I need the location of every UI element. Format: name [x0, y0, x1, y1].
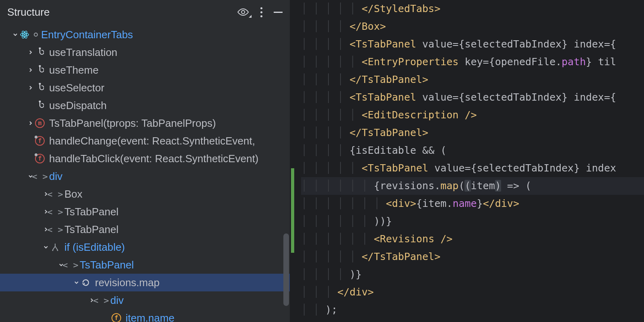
open-indicator-icon — [34, 33, 38, 37]
tree-item-label: useSelector — [49, 82, 104, 94]
code-line[interactable]: │ │ │ │ )} — [301, 266, 644, 283]
tree-item[interactable]: EntryContainerTabs — [0, 26, 290, 43]
code-line[interactable]: │ │ ); — [301, 301, 644, 319]
tree-item-label: useDispatch — [49, 99, 107, 112]
code-line[interactable]: │ │ │ │ </Box> — [301, 18, 644, 35]
structure-tree[interactable]: EntryContainerTabsuseTranslationuseTheme… — [0, 24, 290, 322]
tree-item[interactable]: useDispatch — [0, 97, 290, 114]
tree-item[interactable]: < >div — [0, 167, 290, 185]
tree-item[interactable]: < >TsTabPanel — [0, 256, 290, 274]
tree-item-label: EntryContainerTabs — [41, 29, 133, 41]
tree-item-label: div — [110, 294, 124, 307]
code-line[interactable]: │ │ │ │ │ </TsTabPanel> — [301, 248, 644, 266]
tree-item-label: handleChange(event: React.SyntheticEvent… — [49, 135, 255, 147]
tree-item-label: TsTabPanel — [64, 206, 118, 218]
expand-arrow-icon[interactable] — [27, 50, 35, 55]
svg-point-5 — [39, 47, 41, 50]
tree-item[interactable]: if (isEditable) — [0, 238, 290, 256]
tree-item-label: item.name — [126, 312, 174, 322]
tree-item-label: TsTabPanel — [64, 223, 118, 236]
svg-point-1 — [24, 34, 25, 35]
app-root: Structure EntryContainerTabsuseTranslati… — [0, 0, 644, 322]
code-line[interactable]: │ │ │ │ </TsTabPanel> — [301, 71, 644, 89]
code-line[interactable]: │ │ │ │ │ <TsTabPanel value={selectedTab… — [301, 159, 644, 177]
tree-item[interactable]: < >TsTabPanel — [0, 203, 290, 221]
structure-panel: Structure EntryContainerTabsuseTranslati… — [0, 0, 290, 322]
code-line[interactable]: │ │ │ │ │ <EditDescription /> — [301, 106, 644, 124]
code-line[interactable]: │ │ │ │ </TsTabPanel> — [301, 124, 644, 142]
minimize-icon[interactable] — [274, 12, 283, 13]
tree-item[interactable]: fitem.name — [0, 309, 290, 322]
tree-item-label: useTranslation — [49, 46, 118, 59]
code-line[interactable]: │ │ │ │ {isEditable && ( — [301, 142, 644, 159]
expand-arrow-icon[interactable] — [42, 244, 50, 250]
svg-point-10 — [57, 250, 58, 251]
tree-item[interactable]: mTsTabPanel(tprops: TabPanelProps) — [0, 114, 290, 132]
tree-item[interactable]: < >Box — [0, 185, 290, 203]
tree-item-label: handleTabClick(event: React.SyntheticEve… — [49, 153, 258, 165]
code-line[interactable]: │ │ │ │ │ </StyledTabs> — [301, 0, 644, 18]
editor-gutter — [290, 0, 299, 322]
expand-arrow-icon[interactable] — [27, 120, 35, 126]
svg-point-0 — [242, 10, 245, 14]
code-line[interactable]: │ │ │ │ │ │ {revisions.map((item) => ( — [301, 177, 644, 195]
svg-point-9 — [52, 250, 54, 251]
structure-title: Structure — [7, 6, 237, 19]
tree-item[interactable]: useTranslation — [0, 43, 290, 61]
tree-item-label: TsTabPanel — [80, 259, 134, 271]
svg-point-6 — [39, 65, 41, 67]
code-line[interactable]: │ │ │ │ <TsTabPanel value={selectedTabIn… — [301, 35, 644, 53]
tree-item[interactable]: useTheme — [0, 61, 290, 79]
code-line[interactable]: │ │ │ │ │ <EntryProperties key={openedFi… — [301, 53, 644, 71]
scrollbar-thumb[interactable] — [283, 233, 289, 306]
expand-arrow-icon[interactable] — [11, 32, 19, 37]
tree-item[interactable]: fhandleTabClick(event: React.SyntheticEv… — [0, 150, 290, 167]
expand-arrow-icon[interactable] — [27, 67, 35, 73]
tree-item[interactable]: fhandleChange(event: React.SyntheticEven… — [0, 132, 290, 150]
tree-item[interactable]: useSelector — [0, 79, 290, 97]
svg-point-7 — [39, 83, 41, 85]
tree-item-label: Box — [64, 188, 83, 200]
more-options-icon[interactable] — [260, 7, 262, 17]
tree-item[interactable]: < >TsTabPanel — [0, 221, 290, 238]
svg-point-8 — [39, 101, 41, 103]
tree-item-label: useTheme — [49, 64, 99, 76]
tree-item-label: TsTabPanel(tprops: TabPanelProps) — [49, 117, 216, 130]
code-line[interactable]: │ │ │ │ <TsTabPanel value={selectedTabIn… — [301, 89, 644, 106]
code-line[interactable]: │ │ │ │ │ │ <Revisions /> — [301, 230, 644, 248]
tree-item-label: if (isEditable) — [64, 241, 125, 254]
visibility-icon[interactable] — [237, 8, 249, 16]
tree-item-label: revisions.map — [95, 277, 159, 289]
structure-actions — [237, 7, 283, 17]
code-line[interactable]: │ │ │ │ │ │ ))} — [301, 213, 644, 230]
code-line[interactable]: │ │ │ │ │ │ │ <div>{item.name}</div> — [301, 195, 644, 213]
structure-header: Structure — [0, 0, 290, 24]
change-marker — [291, 168, 294, 253]
tree-item-label: div — [49, 170, 62, 183]
code-line[interactable]: │ │ │ </div> — [301, 283, 644, 301]
tree-item[interactable]: < >div — [0, 291, 290, 309]
code-area[interactable]: │ │ │ │ │ </StyledTabs>│ │ │ │ </Box>│ │… — [290, 0, 644, 319]
expand-arrow-icon[interactable] — [72, 280, 80, 285]
expand-arrow-icon[interactable] — [27, 85, 35, 91]
tree-item[interactable]: revisions.map — [0, 274, 290, 291]
code-editor[interactable]: │ │ │ │ │ </StyledTabs>│ │ │ │ </Box>│ │… — [290, 0, 644, 322]
